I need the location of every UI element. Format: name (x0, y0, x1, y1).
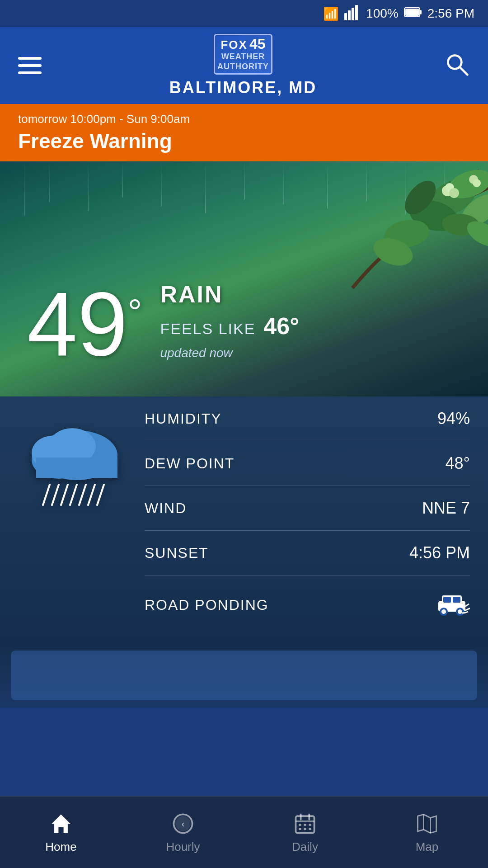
sunset-value: 4:56 PM (409, 543, 470, 562)
svg-rect-39 (453, 597, 460, 603)
nav-daily[interactable]: Daily (244, 797, 366, 868)
nav-map[interactable]: Map (366, 797, 488, 868)
dew-point-value: 48° (446, 454, 470, 473)
sunset-row: SUNSET 4:56 PM (145, 531, 470, 576)
hourly-preview-bar (11, 651, 477, 700)
svg-rect-51 (299, 824, 301, 826)
scroll-preview (0, 643, 488, 708)
stats-panel: HUMIDITY 94% DEW POINT 48° WIND NNE 7 SU… (0, 396, 488, 643)
alert-banner[interactable]: tomorrow 10:00pm - Sun 9:00am Freeze War… (0, 104, 488, 161)
svg-text:‹: ‹ (182, 818, 185, 829)
daily-label: Daily (292, 840, 318, 854)
road-ponding-label: ROAD PONDING (145, 597, 269, 613)
alert-time: tomorrow 10:00pm - Sun 9:00am (18, 112, 470, 126)
battery-icon (404, 6, 422, 22)
dew-point-row: DEW POINT 48° (145, 441, 470, 486)
svg-rect-28 (36, 458, 117, 478)
svg-line-33 (79, 485, 86, 505)
feels-like-label: FEELS LIKE (160, 320, 255, 338)
degree-symbol: ° (127, 292, 142, 332)
hourly-label: Hourly (166, 840, 200, 854)
svg-point-41 (441, 609, 446, 614)
svg-rect-54 (299, 828, 301, 830)
condition-label: RAIN (160, 281, 299, 308)
home-label: Home (45, 840, 76, 854)
svg-rect-52 (304, 824, 306, 826)
temperature-display: 49° (27, 279, 142, 369)
app-logo: FOX 45 WEATHERAUTHORITY BALTIMORE, MD (169, 34, 317, 97)
dew-point-label: DEW POINT (145, 455, 235, 472)
weather-condition-icon (23, 410, 131, 516)
humidity-label: HUMIDITY (145, 410, 222, 427)
svg-rect-0 (344, 13, 347, 20)
signal-icon (344, 4, 361, 24)
wind-value: NNE 7 (422, 499, 470, 518)
app-header: FOX 45 WEATHERAUTHORITY BALTIMORE, MD (0, 27, 488, 104)
svg-rect-5 (405, 9, 419, 16)
svg-rect-55 (304, 828, 306, 830)
feels-like-row: FEELS LIKE 46° (160, 312, 299, 340)
svg-point-43 (458, 609, 462, 614)
road-ponding-icon (434, 588, 470, 622)
svg-point-20 (473, 179, 481, 187)
fox-text: FOX (221, 38, 247, 52)
wifi-icon: 📶 (323, 6, 339, 21)
svg-rect-2 (352, 8, 354, 20)
search-button[interactable] (445, 52, 470, 79)
svg-line-8 (460, 67, 468, 75)
map-label: Map (416, 840, 439, 854)
svg-line-35 (97, 485, 104, 505)
sunset-label: SUNSET (145, 545, 209, 561)
fox-logo-box: FOX 45 WEATHERAUTHORITY (214, 34, 272, 75)
city-label: BALTIMORE, MD (169, 78, 317, 97)
condition-area: RAIN FEELS LIKE 46° updated now (160, 281, 299, 369)
svg-rect-1 (348, 10, 351, 20)
wind-row: WIND NNE 7 (145, 486, 470, 531)
humidity-row: HUMIDITY 94% (145, 396, 470, 441)
feels-like-value: 46° (263, 312, 299, 340)
updated-time: updated now (160, 346, 299, 360)
weather-hero: 49° RAIN FEELS LIKE 46° updated now (0, 161, 488, 396)
temperature-value: 49 (27, 274, 127, 374)
svg-rect-3 (355, 5, 358, 20)
humidity-value: 94% (437, 409, 470, 428)
stats-rows: HUMIDITY 94% DEW POINT 48° WIND NNE 7 SU… (145, 396, 470, 634)
svg-line-31 (61, 485, 68, 505)
svg-line-32 (70, 485, 77, 505)
svg-line-29 (43, 485, 50, 505)
svg-rect-53 (309, 824, 311, 826)
alert-title: Freeze Warning (18, 129, 470, 153)
status-bar: 📶 100% 2:56 PM (0, 0, 488, 27)
bottom-navigation: Home ‹ Hourly Daily (0, 796, 488, 868)
svg-rect-6 (420, 10, 422, 14)
svg-line-34 (88, 485, 95, 505)
fox-number: 45 (249, 37, 266, 51)
road-ponding-row: ROAD PONDING (145, 576, 470, 634)
wind-label: WIND (145, 500, 187, 517)
nav-hourly[interactable]: ‹ Hourly (122, 797, 244, 868)
hero-content: 49° RAIN FEELS LIKE 46° updated now (27, 279, 299, 369)
logo-subtitle: WEATHERAUTHORITY (217, 52, 269, 71)
svg-point-18 (449, 188, 459, 198)
menu-button[interactable] (18, 57, 42, 74)
nav-home[interactable]: Home (0, 797, 122, 868)
svg-line-30 (52, 485, 59, 505)
svg-rect-38 (443, 597, 451, 603)
time-display: 2:56 PM (427, 6, 474, 21)
svg-rect-56 (309, 828, 311, 830)
battery-percent: 100% (366, 6, 399, 21)
